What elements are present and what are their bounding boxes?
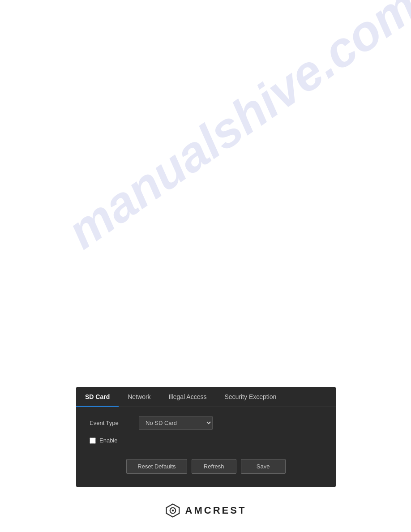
panel-container: SD Card Network Illegal Access Security … [76, 387, 336, 487]
dark-card: SD Card Network Illegal Access Security … [76, 387, 336, 487]
amcrest-logo-icon [165, 502, 181, 519]
buttons-row: Reset Defaults Refresh Save [90, 455, 322, 478]
logo-container: AMCREST [0, 502, 411, 519]
tab-security-exception[interactable]: Security Exception [215, 387, 285, 407]
enable-row: Enable [90, 437, 322, 444]
enable-label: Enable [99, 437, 117, 444]
enable-checkbox[interactable] [90, 438, 96, 444]
card-body: Event Type No SD Card SD Card Error Capa… [76, 407, 336, 487]
tab-network[interactable]: Network [119, 387, 159, 407]
event-type-label: Event Type [90, 420, 139, 426]
tabs-row: SD Card Network Illegal Access Security … [76, 387, 336, 407]
reset-defaults-button[interactable]: Reset Defaults [126, 459, 187, 474]
tab-illegal-access[interactable]: Illegal Access [160, 387, 216, 407]
event-type-row: Event Type No SD Card SD Card Error Capa… [90, 416, 322, 430]
refresh-button[interactable]: Refresh [192, 459, 236, 474]
svg-point-2 [171, 510, 174, 512]
amcrest-logo-text: AMCREST [185, 505, 247, 516]
save-button[interactable]: Save [241, 459, 286, 474]
watermark: manualshive.com [57, 0, 411, 260]
tab-sd-card[interactable]: SD Card [76, 387, 119, 407]
event-type-select[interactable]: No SD Card SD Card Error Capacity Warnin… [139, 416, 213, 430]
